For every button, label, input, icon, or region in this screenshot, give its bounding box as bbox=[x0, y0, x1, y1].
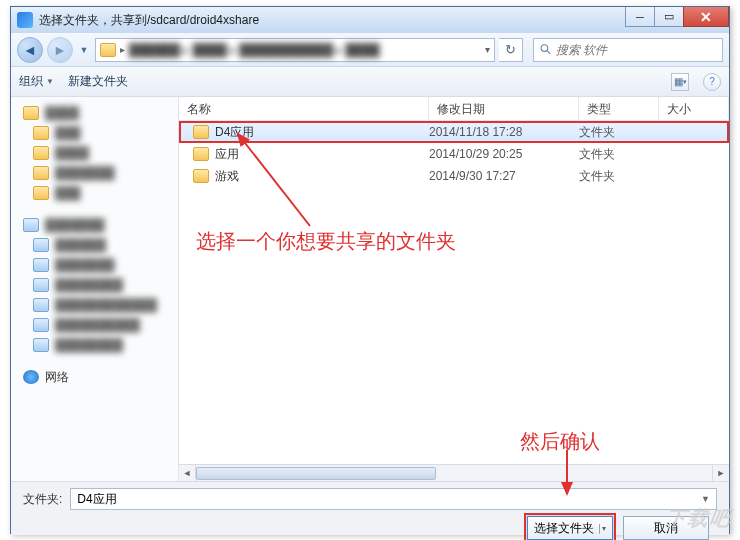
minimize-button[interactable]: ─ bbox=[625, 7, 655, 27]
col-size[interactable]: 大小 bbox=[659, 97, 729, 120]
sidebar-item[interactable]: ███████ bbox=[11, 255, 178, 275]
col-name[interactable]: 名称 bbox=[179, 97, 429, 120]
file-type: 文件夹 bbox=[579, 146, 659, 163]
app-icon bbox=[17, 12, 33, 28]
select-folder-button[interactable]: 选择文件夹│▾ bbox=[527, 516, 613, 540]
table-row[interactable]: D4应用2014/11/18 17:28文件夹 bbox=[179, 121, 729, 143]
svg-line-1 bbox=[547, 51, 550, 54]
folder-icon bbox=[193, 169, 209, 183]
column-headers[interactable]: 名称 修改日期 类型 大小 bbox=[179, 97, 729, 121]
scroll-thumb[interactable] bbox=[196, 467, 436, 480]
close-button[interactable]: ✕ bbox=[683, 7, 729, 27]
sidebar-item[interactable]: ███ bbox=[11, 183, 178, 203]
new-folder-button[interactable]: 新建文件夹 bbox=[68, 73, 128, 90]
sidebar-item[interactable]: ████████ bbox=[11, 335, 178, 355]
watermark: 下载吧 bbox=[664, 505, 734, 532]
sidebar-item[interactable]: ███████ bbox=[11, 163, 178, 183]
file-list[interactable]: D4应用2014/11/18 17:28文件夹应用2014/10/29 20:2… bbox=[179, 121, 729, 464]
sidebar-item[interactable]: ██████ bbox=[11, 235, 178, 255]
forward-button[interactable]: ► bbox=[47, 37, 73, 63]
file-date: 2014/9/30 17:27 bbox=[429, 169, 579, 183]
titlebar: 选择文件夹，共享到/sdcard/droid4xshare ─ ▭ ✕ bbox=[11, 7, 729, 33]
scroll-left-icon[interactable]: ◄ bbox=[179, 465, 196, 481]
horizontal-scrollbar[interactable]: ◄ ► bbox=[179, 464, 729, 481]
svg-point-0 bbox=[541, 45, 548, 52]
search-box[interactable] bbox=[533, 38, 723, 62]
sidebar: ████ ███ ████ ███████ ███ ███████ ██████… bbox=[11, 97, 179, 481]
nav-row: ◄ ► ▼ ▸ ██████ ▸ ████ ▸ ███████████ ▸ ██… bbox=[11, 33, 729, 67]
col-type[interactable]: 类型 bbox=[579, 97, 659, 120]
sidebar-network[interactable]: 网络 bbox=[11, 367, 178, 387]
bottom-panel: 文件夹: D4应用 ▼ 选择文件夹│▾ 取消 bbox=[11, 481, 729, 535]
folder-icon bbox=[193, 147, 209, 161]
sidebar-group[interactable]: ███████ bbox=[11, 215, 178, 235]
folder-icon bbox=[100, 43, 116, 57]
col-date[interactable]: 修改日期 bbox=[429, 97, 579, 120]
table-row[interactable]: 游戏2014/9/30 17:27文件夹 bbox=[179, 165, 729, 187]
maximize-button[interactable]: ▭ bbox=[654, 7, 684, 27]
sidebar-item[interactable]: ██████████ bbox=[11, 315, 178, 335]
file-date: 2014/10/29 20:25 bbox=[429, 147, 579, 161]
view-button[interactable]: ▦▾ bbox=[671, 73, 689, 91]
help-button[interactable]: ? bbox=[703, 73, 721, 91]
organize-menu[interactable]: 组织▼ bbox=[19, 73, 54, 90]
refresh-button[interactable]: ↻ bbox=[499, 38, 523, 62]
search-input[interactable] bbox=[556, 43, 716, 57]
file-name: D4应用 bbox=[215, 124, 254, 141]
file-type: 文件夹 bbox=[579, 124, 659, 141]
folder-name-value: D4应用 bbox=[77, 491, 116, 508]
file-pane: 名称 修改日期 类型 大小 D4应用2014/11/18 17:28文件夹应用2… bbox=[179, 97, 729, 481]
sidebar-group[interactable]: ████ bbox=[11, 103, 178, 123]
sidebar-item[interactable]: ████████ bbox=[11, 275, 178, 295]
folder-icon bbox=[193, 125, 209, 139]
file-type: 文件夹 bbox=[579, 168, 659, 185]
dialog-window: 选择文件夹，共享到/sdcard/droid4xshare ─ ▭ ✕ ◄ ► … bbox=[10, 6, 730, 534]
history-dropdown[interactable]: ▼ bbox=[77, 37, 91, 63]
folder-label: 文件夹: bbox=[23, 491, 62, 508]
chevron-down-icon: ▼ bbox=[701, 494, 710, 504]
folder-name-combo[interactable]: D4应用 ▼ bbox=[70, 488, 717, 510]
file-name: 应用 bbox=[215, 146, 239, 163]
sidebar-item[interactable]: ████ bbox=[11, 143, 178, 163]
back-button[interactable]: ◄ bbox=[17, 37, 43, 63]
toolbar: 组织▼ 新建文件夹 ▦▾ ? bbox=[11, 67, 729, 97]
scroll-right-icon[interactable]: ► bbox=[712, 465, 729, 481]
sidebar-item[interactable]: ███ bbox=[11, 123, 178, 143]
window-title: 选择文件夹，共享到/sdcard/droid4xshare bbox=[39, 12, 259, 29]
address-bar[interactable]: ▸ ██████ ▸ ████ ▸ ███████████ ▸ ████ ▾ bbox=[95, 38, 495, 62]
sidebar-item[interactable]: ████████████ bbox=[11, 295, 178, 315]
file-date: 2014/11/18 17:28 bbox=[429, 125, 579, 139]
table-row[interactable]: 应用2014/10/29 20:25文件夹 bbox=[179, 143, 729, 165]
search-icon bbox=[540, 43, 552, 56]
file-name: 游戏 bbox=[215, 168, 239, 185]
